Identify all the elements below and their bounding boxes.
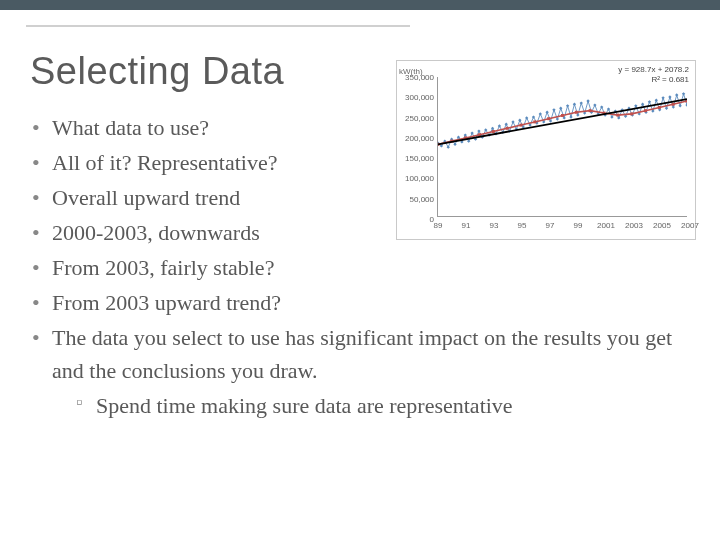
svg-rect-32 [545, 111, 548, 114]
svg-rect-84 [575, 111, 578, 114]
chart-xtick: 2007 [681, 221, 699, 230]
svg-rect-62 [648, 100, 651, 103]
svg-rect-83 [561, 114, 564, 117]
sub-bullet-item: Spend time making sure data are represen… [74, 389, 690, 422]
svg-rect-26 [525, 116, 528, 119]
svg-rect-64 [655, 99, 658, 102]
svg-rect-40 [573, 103, 576, 106]
chart-xtick: 91 [462, 221, 471, 230]
svg-rect-38 [566, 104, 569, 107]
chart-ytick: 50,000 [402, 194, 434, 203]
chart-ytick: 300,000 [402, 93, 434, 102]
chart-xtick: 95 [518, 221, 527, 230]
svg-rect-69 [672, 105, 675, 108]
svg-rect-90 [658, 106, 661, 109]
chart-ytick: 350,000 [402, 73, 434, 82]
bullet-item: From 2003 upward trend? [30, 286, 690, 319]
svg-rect-22 [511, 120, 514, 123]
bullet-item: From 2003, fairly stable? [30, 251, 690, 284]
svg-rect-42 [580, 101, 583, 104]
svg-line-93 [438, 99, 687, 144]
svg-rect-30 [539, 112, 542, 115]
svg-rect-85 [589, 109, 592, 112]
svg-rect-35 [556, 117, 559, 120]
chart-xtick: 2005 [653, 221, 671, 230]
svg-rect-89 [644, 109, 647, 112]
chart-ytick: 250,000 [402, 113, 434, 122]
svg-rect-60 [641, 103, 644, 106]
svg-rect-73 [685, 103, 687, 106]
svg-rect-68 [668, 95, 671, 98]
svg-rect-48 [600, 105, 603, 108]
slide-top-border [0, 0, 720, 30]
embedded-chart: kW(th) y = 928.7x + 2078.2 R² = 0.681 05… [396, 60, 696, 240]
svg-rect-71 [678, 104, 681, 107]
chart-xtick: 2001 [597, 221, 615, 230]
svg-rect-36 [559, 107, 562, 110]
svg-rect-46 [593, 103, 596, 106]
svg-rect-70 [675, 93, 678, 96]
svg-rect-20 [505, 123, 508, 126]
svg-rect-88 [630, 112, 633, 115]
chart-ytick: 0 [402, 215, 434, 224]
chart-ytick: 150,000 [402, 154, 434, 163]
chart-series-svg [438, 77, 687, 217]
svg-rect-39 [569, 115, 572, 118]
chart-xtick: 93 [490, 221, 499, 230]
svg-rect-67 [665, 107, 668, 110]
svg-rect-53 [617, 116, 620, 119]
svg-rect-81 [533, 120, 536, 123]
chart-xtick: 2003 [625, 221, 643, 230]
svg-rect-24 [518, 119, 521, 122]
svg-rect-41 [576, 113, 579, 116]
chart-plot-area: 050,000100,000150,000200,000250,000300,0… [437, 77, 687, 217]
chart-ytick: 100,000 [402, 174, 434, 183]
svg-rect-78 [492, 130, 495, 133]
svg-rect-18 [498, 124, 501, 127]
svg-rect-87 [616, 114, 619, 117]
chart-xtick: 97 [546, 221, 555, 230]
svg-rect-66 [661, 96, 664, 99]
svg-rect-80 [520, 124, 523, 127]
svg-rect-91 [672, 103, 675, 106]
svg-rect-34 [552, 108, 555, 111]
svg-rect-44 [586, 99, 589, 102]
chart-xtick: 89 [434, 221, 443, 230]
chart-ytick: 200,000 [402, 133, 434, 142]
svg-rect-58 [634, 104, 637, 107]
svg-rect-72 [682, 92, 685, 95]
chart-xtick: 99 [574, 221, 583, 230]
svg-rect-79 [506, 127, 509, 130]
svg-rect-82 [547, 117, 550, 120]
bullet-item: The data you select to use has significa… [30, 321, 690, 422]
